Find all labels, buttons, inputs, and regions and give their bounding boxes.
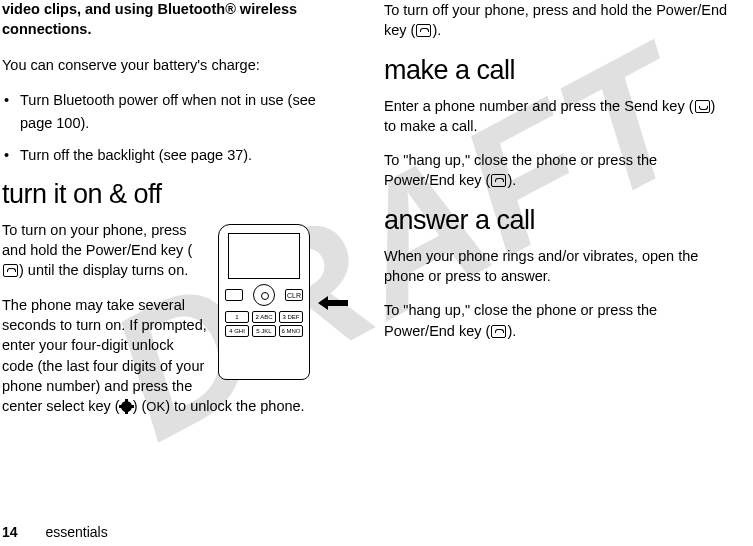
phone-illustration: CLR 1 2 ABC 3 DEF 4 GHI 5 JKL 6 MNO [218,224,346,384]
text: To "hang up," close the phone or press t… [384,152,657,188]
text: ) to unlock the phone. [165,398,304,414]
conserve-intro: You can conserve your battery's charge: [2,55,348,75]
text: The phone may take several seconds to tu… [2,297,207,414]
turn-on-block: CLR 1 2 ABC 3 DEF 4 GHI 5 JKL 6 MNO [2,220,348,431]
heading-turn-on-off: turn it on & off [2,179,348,210]
power-end-key-icon [491,325,506,338]
key-3: 3 DEF [279,311,303,323]
list-item: Turn Bluetooth power off when not in use… [20,89,348,134]
lead-paragraph: video clips, and using Bluetooth® wirele… [2,0,348,39]
text: ). [432,22,441,38]
key-4: 4 GHI [225,325,249,337]
text: ). [507,172,516,188]
text: ) until the display turns on. [19,262,188,278]
key-6: 6 MNO [279,325,303,337]
text: ) ( [133,398,147,414]
center-select-key-icon [121,401,132,412]
heading-answer-call: answer a call [384,205,728,236]
make-call-paragraph-1: Enter a phone number and press the Send … [384,96,728,137]
answer-call-paragraph-1: When your phone rings and/or vibrates, o… [384,246,728,287]
section-name: essentials [45,524,107,540]
heading-make-call: make a call [384,55,728,86]
power-end-key-icon [491,174,506,187]
make-call-paragraph-2: To "hang up," close the phone or press t… [384,150,728,191]
text: ). [507,323,516,339]
page-content: video clips, and using Bluetooth® wirele… [0,0,753,546]
left-column: video clips, and using Bluetooth® wirele… [0,0,366,546]
ok-label: OK [146,399,165,414]
turn-off-paragraph: To turn off your phone, press and hold t… [384,0,728,41]
power-key-arrow-icon [318,296,348,310]
power-end-key-icon [416,24,431,37]
right-column: To turn off your phone, press and hold t… [366,0,732,546]
key-2: 2 ABC [252,311,276,323]
key-1: 1 [225,311,249,323]
keypad: 1 2 ABC 3 DEF 4 GHI 5 JKL 6 MNO [219,311,309,337]
list-item: Turn off the backlight (see page 37). [20,144,348,166]
phone-outline: CLR 1 2 ABC 3 DEF 4 GHI 5 JKL 6 MNO [218,224,310,380]
page-footer: 14 essentials [2,524,108,540]
page-number: 14 [2,524,18,540]
conserve-list: Turn Bluetooth power off when not in use… [2,89,348,166]
phone-screen [228,233,300,279]
power-end-key-icon [3,264,18,277]
text: To turn on your phone, press and hold th… [2,222,192,258]
clr-key: CLR [285,289,303,301]
key-5: 5 JKL [252,325,276,337]
phone-nav-row: CLR [219,283,309,307]
soft-key-left [225,289,243,301]
text: Enter a phone number and press the Send … [384,98,694,114]
text: To "hang up," close the phone or press t… [384,302,657,338]
svg-marker-0 [318,296,348,310]
answer-call-paragraph-2: To "hang up," close the phone or press t… [384,300,728,341]
send-key-icon [695,100,710,113]
dpad [253,284,275,306]
